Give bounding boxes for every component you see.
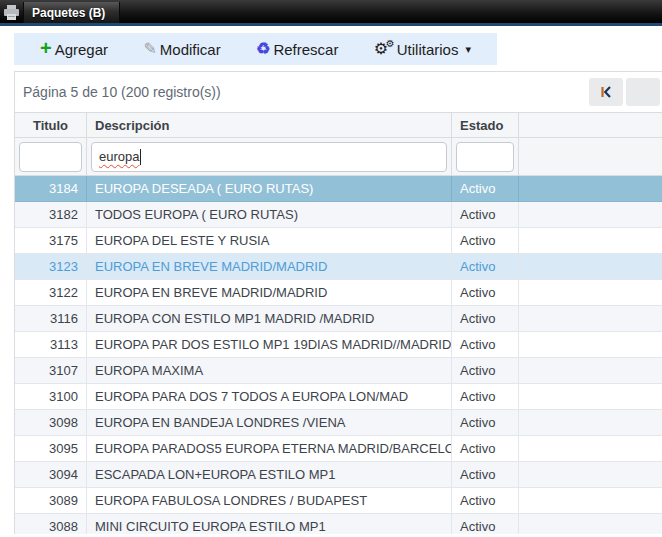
modificar-label: Modificar — [160, 41, 221, 58]
cell-descripcion: EUROPA CON ESTILO MP1 MADRID /MADRID — [87, 306, 452, 332]
descripcion-filter-value: europa — [99, 149, 139, 164]
filter-cell-titulo — [15, 138, 87, 175]
cell-titulo: 3113 — [15, 332, 87, 358]
cell-estado: Activo — [452, 488, 519, 514]
table-row[interactable]: 3175 EUROPA DEL ESTE Y RUSIA Activo — [15, 228, 662, 254]
cell-estado: Activo — [452, 254, 519, 280]
table-row[interactable]: 3182 TODOS EUROPA ( EURO RUTAS) Activo — [15, 202, 662, 228]
column-header-titulo[interactable]: Titulo — [15, 113, 87, 137]
cell-descripcion: TODOS EUROPA ( EURO RUTAS) — [87, 202, 452, 228]
utilitarios-dropdown-button[interactable]: ⚙ ⚙ Utilitarios ▾ — [374, 40, 471, 58]
refrescar-button[interactable]: ♻ Refrescar — [256, 41, 338, 58]
cell-descripcion: EUROPA DEL ESTE Y RUSIA — [87, 228, 452, 254]
table-row[interactable]: 3184 EUROPA DESEADA ( EURO RUTAS) Activo — [15, 176, 662, 202]
cell-estado: Activo — [452, 306, 519, 332]
table-body: 3184 EUROPA DESEADA ( EURO RUTAS) Activo… — [15, 176, 662, 534]
cell-empty — [519, 306, 662, 332]
column-header-estado[interactable]: Estado — [452, 113, 519, 137]
modificar-button[interactable]: ✎ Modificar — [143, 41, 220, 58]
agregar-label: Agregar — [55, 41, 108, 58]
descripcion-filter-input[interactable]: europa — [91, 142, 447, 172]
table-row[interactable]: 3094 ESCAPADA LON+EUROPA ESTILO MP1 Acti… — [15, 462, 662, 488]
cell-titulo: 3116 — [15, 306, 87, 332]
cell-descripcion: EUROPA MAXIMA — [87, 358, 452, 384]
cell-descripcion: EUROPA EN BREVE MADRID/MADRID — [87, 280, 452, 306]
cell-empty — [519, 436, 662, 462]
cell-titulo: 3107 — [15, 358, 87, 384]
cell-titulo: 3182 — [15, 202, 87, 228]
table-row[interactable]: 3089 EUROPA FABULOSA LONDRES / BUDAPEST … — [15, 488, 662, 514]
cell-estado: Activo — [452, 228, 519, 254]
toolbar: + Agregar ✎ Modificar ♻ Refrescar ⚙ ⚙ Ut… — [14, 33, 497, 65]
filter-row: europa — [15, 138, 662, 176]
table-row[interactable]: 3100 EUROPA PARA DOS 7 TODOS A EUROPA LO… — [15, 384, 662, 410]
text-caret — [140, 149, 141, 165]
table-row[interactable]: 3116 EUROPA CON ESTILO MP1 MADRID /MADRI… — [15, 306, 662, 332]
plus-icon: + — [40, 38, 52, 58]
cell-descripcion: EUROPA PAR DOS ESTILO MP1 19DIAS MADRID/… — [87, 332, 452, 358]
gears-icon: ⚙ ⚙ — [374, 40, 394, 58]
cell-empty — [519, 228, 662, 254]
cell-estado: Activo — [452, 176, 519, 202]
cell-titulo: 3123 — [15, 254, 87, 280]
printer-icon — [3, 5, 20, 20]
refrescar-label: Refrescar — [273, 41, 338, 58]
cell-empty — [519, 384, 662, 410]
prev-page-button[interactable] — [626, 78, 660, 106]
cell-estado: Activo — [452, 332, 519, 358]
pager: Página 5 de 10 (200 registro(s)) — [15, 72, 662, 112]
first-page-button[interactable] — [589, 78, 623, 106]
first-page-icon — [599, 85, 613, 99]
cell-titulo: 3094 — [15, 462, 87, 488]
cell-titulo: 3088 — [15, 514, 87, 534]
pencil-icon: ✎ — [143, 41, 156, 57]
table-row[interactable]: 3098 EUROPA EN BANDEJA LONDRES /VIENA Ac… — [15, 410, 662, 436]
cell-titulo: 3089 — [15, 488, 87, 514]
pager-status: Página 5 de 10 (200 registro(s)) — [23, 84, 221, 100]
pager-buttons — [589, 78, 662, 106]
cell-descripcion: EUROPA DESEADA ( EURO RUTAS) — [87, 176, 452, 202]
cell-descripcion: EUROPA EN BANDEJA LONDRES /VIENA — [87, 410, 452, 436]
recycle-icon: ♻ — [256, 41, 270, 57]
cell-titulo: 3122 — [15, 280, 87, 306]
cell-titulo: 3100 — [15, 384, 87, 410]
chevron-down-icon: ▾ — [465, 43, 471, 56]
table-row[interactable]: 3088 MINI CIRCUITO EUROPA ESTILO MP1 Act… — [15, 514, 662, 534]
table-row[interactable]: 3123 EUROPA EN BREVE MADRID/MADRID Activ… — [15, 254, 662, 280]
filter-cell-descripcion: europa — [87, 138, 452, 175]
cell-empty — [519, 488, 662, 514]
table-row[interactable]: 3107 EUROPA MAXIMA Activo — [15, 358, 662, 384]
cell-descripcion: ESCAPADA LON+EUROPA ESTILO MP1 — [87, 462, 452, 488]
cell-empty — [519, 514, 662, 534]
utilitarios-label: Utilitarios — [397, 41, 459, 58]
cell-empty — [519, 176, 662, 202]
cell-descripcion: MINI CIRCUITO EUROPA ESTILO MP1 — [87, 514, 452, 534]
cell-empty — [519, 462, 662, 488]
cell-empty — [519, 280, 662, 306]
cell-estado: Activo — [452, 410, 519, 436]
cell-estado: Activo — [452, 436, 519, 462]
cell-estado: Activo — [452, 462, 519, 488]
cell-empty — [519, 202, 662, 228]
cell-empty — [519, 254, 662, 280]
agregar-button[interactable]: + Agregar — [40, 40, 108, 58]
cell-estado: Activo — [452, 202, 519, 228]
titulo-filter-input[interactable] — [19, 142, 82, 172]
cell-titulo: 3184 — [15, 176, 87, 202]
filter-cell-estado — [452, 138, 519, 175]
column-header-descripcion[interactable]: Descripción — [87, 113, 452, 137]
table-row[interactable]: 3122 EUROPA EN BREVE MADRID/MADRID Activ… — [15, 280, 662, 306]
estado-filter-input[interactable] — [456, 142, 514, 172]
table-row[interactable]: 3095 EUROPA PARADOS5 EUROPA ETERNA MADRI… — [15, 436, 662, 462]
cell-descripcion: EUROPA PARADOS5 EUROPA ETERNA MADRID/BAR… — [87, 436, 452, 462]
content-panel: Página 5 de 10 (200 registro(s)) Titulo … — [14, 71, 662, 534]
cell-descripcion: EUROPA PARA DOS 7 TODOS A EUROPA LON/MAD — [87, 384, 452, 410]
column-header-empty — [519, 113, 662, 137]
table-row[interactable]: 3113 EUROPA PAR DOS ESTILO MP1 19DIAS MA… — [15, 332, 662, 358]
cell-estado: Activo — [452, 514, 519, 534]
tab-paquetes[interactable]: Paquetes (B) — [23, 2, 120, 23]
cell-estado: Activo — [452, 358, 519, 384]
cell-descripcion: EUROPA EN BREVE MADRID/MADRID — [87, 254, 452, 280]
cell-empty — [519, 410, 662, 436]
filter-cell-empty — [519, 138, 662, 175]
